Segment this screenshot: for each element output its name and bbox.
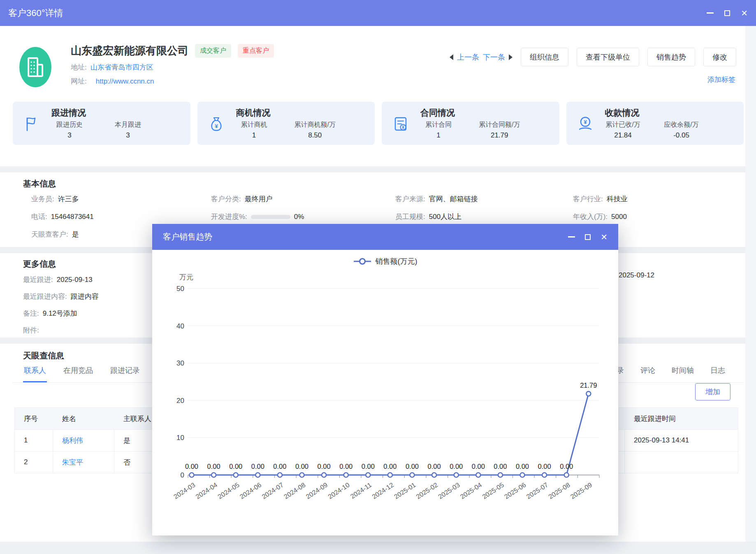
field-label: 客户来源: xyxy=(395,194,425,204)
address-link[interactable]: 山东省青岛市四方区 xyxy=(90,63,153,72)
stat-value: 3 xyxy=(110,131,146,140)
field-value: 9.12号添加 xyxy=(43,309,77,318)
svg-text:30: 30 xyxy=(176,359,184,367)
stat-value: -0.05 xyxy=(663,131,700,140)
contact-name-link[interactable]: 朱宝平 xyxy=(62,458,83,467)
opportunity-stat-card: ¥ 商机情况 累计商机1 累计商机额/万8.50 xyxy=(197,102,375,145)
svg-text:0.00: 0.00 xyxy=(295,463,308,470)
svg-text:2024-06: 2024-06 xyxy=(239,481,263,500)
building-icon xyxy=(26,56,45,78)
tab-contacts[interactable]: 联系人 xyxy=(23,359,47,382)
payment-icon: ¥ xyxy=(577,116,594,132)
svg-text:¥: ¥ xyxy=(584,119,587,125)
stat-label: 应收余额/万 xyxy=(663,121,700,129)
tab-competitors[interactable]: 在用竞品 xyxy=(63,359,94,382)
svg-text:2025-02: 2025-02 xyxy=(415,481,439,500)
field-label: 备注: xyxy=(23,309,39,318)
modal-body: 销售额(万元) 01020304050万元0.000.000.000.000.0… xyxy=(152,250,618,535)
more-info-extra-date: 2025-09-12 xyxy=(619,271,654,279)
edit-button[interactable]: 修改 xyxy=(703,48,736,66)
svg-text:2025-07: 2025-07 xyxy=(525,481,550,500)
svg-text:0.00: 0.00 xyxy=(185,463,198,470)
cell-last-followup xyxy=(625,452,738,473)
modal-minimize-icon[interactable] xyxy=(568,236,575,237)
svg-text:0.00: 0.00 xyxy=(538,463,551,470)
tab-comments[interactable]: 评论 xyxy=(640,359,656,383)
modal-titlebar: 客户销售趋势 ✕ xyxy=(152,224,618,250)
maximize-icon[interactable] xyxy=(724,10,730,16)
org-info-button[interactable]: 组织信息 xyxy=(521,48,568,66)
stat-label: 累计商机额/万 xyxy=(295,121,336,129)
close-icon[interactable]: ✕ xyxy=(741,9,748,17)
field-value: 15464873641 xyxy=(51,213,94,221)
stat-value: 3 xyxy=(51,131,88,140)
next-arrow-icon[interactable] xyxy=(509,54,513,60)
field-value: 5000 xyxy=(611,213,627,221)
address-label: 地址: xyxy=(71,63,87,72)
moneybag-icon: ¥ xyxy=(208,116,225,132)
stat-title: 合同情况 xyxy=(420,107,559,119)
prev-arrow-icon[interactable] xyxy=(450,54,453,60)
svg-text:0.00: 0.00 xyxy=(207,463,220,470)
minimize-icon[interactable] xyxy=(707,12,714,14)
stat-value: 1 xyxy=(420,131,457,140)
section-divider xyxy=(0,166,756,172)
tab-followup-records[interactable]: 跟进记录 xyxy=(109,359,141,382)
stat-label: 跟进历史 xyxy=(51,121,88,129)
svg-text:2024-08: 2024-08 xyxy=(283,481,307,500)
legend-label: 销售额(万元) xyxy=(376,256,417,266)
cell-index: 1 xyxy=(15,430,53,451)
modal-close-icon[interactable]: ✕ xyxy=(601,233,608,241)
contract-icon: ¥ xyxy=(392,116,409,132)
field-label: 电话: xyxy=(31,212,47,221)
stat-label: 累计合同 xyxy=(420,121,457,129)
add-tag-link[interactable]: 添加标签 xyxy=(707,75,735,84)
svg-text:10: 10 xyxy=(176,434,184,442)
svg-text:0.00: 0.00 xyxy=(362,463,375,470)
contact-name-link[interactable]: 杨利伟 xyxy=(62,436,83,445)
svg-text:2024-04: 2024-04 xyxy=(195,481,219,500)
tab-logs[interactable]: 日志 xyxy=(710,359,726,383)
field-label: 年收入(万): xyxy=(573,212,608,221)
svg-text:2024-10: 2024-10 xyxy=(327,481,351,500)
progress-bar xyxy=(251,215,290,219)
legend-line-marker-icon xyxy=(353,257,371,266)
col-name: 姓名 xyxy=(53,414,114,424)
followup-stat-card: 跟进情况 跟进历史3 本月跟进3 xyxy=(13,102,190,145)
chart-legend[interactable]: 销售额(万元) xyxy=(152,256,618,266)
next-record-link[interactable]: 下一条 xyxy=(483,52,505,62)
field-value: 官网、邮箱链接 xyxy=(429,194,478,204)
svg-text:¥: ¥ xyxy=(215,123,218,129)
contract-stat-card: ¥ 合同情况 累计合同1 累计合同额/万21.79 xyxy=(382,102,559,145)
svg-text:0.00: 0.00 xyxy=(472,463,485,470)
svg-text:20: 20 xyxy=(176,397,184,405)
field-label: 客户分类: xyxy=(211,194,241,204)
field-value: 是 xyxy=(72,230,79,239)
modal-maximize-icon[interactable] xyxy=(585,234,591,240)
website-link[interactable]: http://www.ccnn.cn xyxy=(96,77,154,86)
stat-value: 1 xyxy=(236,131,272,140)
tab-timeline[interactable]: 时间轴 xyxy=(671,359,695,383)
view-subunits-button[interactable]: 查看下级单位 xyxy=(577,48,639,66)
payment-stat-card: ¥ 收款情况 累计已收/万21.84 应收余额/万-0.05 xyxy=(566,102,744,145)
svg-text:0.00: 0.00 xyxy=(383,463,397,470)
detail-tabbar-right: 录 评论 时间轴 日志 xyxy=(616,359,726,383)
window-titlebar: 客户360°详情 ✕ xyxy=(0,0,756,26)
stat-label: 累计合同额/万 xyxy=(479,121,520,129)
window-title: 客户360°详情 xyxy=(8,7,63,19)
svg-text:0.00: 0.00 xyxy=(339,463,352,470)
deal-customer-badge: 成交客户 xyxy=(195,44,231,58)
customer-360-window: 客户360°详情 ✕ 山东盛宏新能源有限公司 成交客户 重点客户 xyxy=(0,0,756,554)
sales-trend-button[interactable]: 销售趋势 xyxy=(647,48,695,66)
field-label: 员工规模: xyxy=(395,212,425,221)
sales-trend-chart: 01020304050万元0.000.000.000.000.000.000.0… xyxy=(160,267,614,532)
field-label: 最近跟进: xyxy=(23,275,53,284)
add-contact-button[interactable]: 增加 xyxy=(695,383,730,400)
svg-text:0: 0 xyxy=(181,471,184,479)
prev-record-link[interactable]: 上一条 xyxy=(457,52,479,62)
flag-icon xyxy=(23,116,40,132)
svg-text:0.00: 0.00 xyxy=(560,463,573,470)
stat-title: 商机情况 xyxy=(236,107,375,119)
svg-text:0.00: 0.00 xyxy=(229,463,242,470)
company-avatar xyxy=(19,47,51,87)
